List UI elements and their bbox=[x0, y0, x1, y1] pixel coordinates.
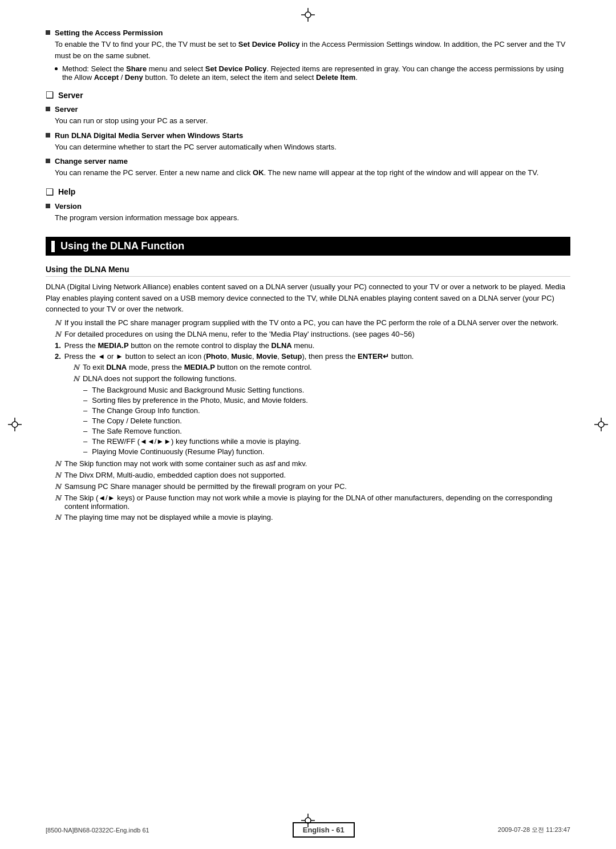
page: Setting the Access Permission To enable … bbox=[0, 0, 616, 849]
step1: 1. Press the MEDIA.P button on the remot… bbox=[55, 341, 570, 350]
dash-item-7: – Playing Movie Continuously (Resume Pla… bbox=[83, 447, 570, 456]
bullet-icon bbox=[46, 30, 50, 35]
note-icon: ℕ bbox=[55, 483, 61, 491]
note-icon: ℕ bbox=[55, 319, 61, 328]
footer-right: 2009-07-28 오전 11:23:47 bbox=[498, 826, 570, 834]
dash-item-5: – The Safe Remove function. bbox=[83, 427, 570, 435]
note-icon: ℕ bbox=[55, 494, 61, 503]
access-permission-section: Setting the Access Permission To enable … bbox=[46, 29, 570, 82]
change-server-text: You can rename the PC server. Enter a ne… bbox=[55, 167, 570, 179]
dlna-function-heading: Using the DLNA Function bbox=[46, 237, 570, 256]
note-icon: ℕ bbox=[55, 330, 61, 339]
dash-item-3: – The Change Group Info function. bbox=[83, 406, 570, 415]
server-checkbox-heading: ❑ Server bbox=[46, 90, 570, 100]
access-permission-text1: To enable the TV to find your PC, the TV… bbox=[55, 39, 570, 61]
dlna-note6: ℕ The Skip (◄/► keys) or Pause function … bbox=[55, 494, 570, 511]
step2-text: Press the ◄ or ► button to select an ico… bbox=[64, 352, 414, 361]
bullet-icon bbox=[46, 107, 50, 111]
bullet-icon bbox=[46, 133, 50, 138]
svg-point-5 bbox=[12, 422, 18, 427]
dlna-steps: 1. Press the MEDIA.P button on the remot… bbox=[55, 341, 570, 456]
dlna-note5: ℕ Samsung PC Share manager should be per… bbox=[55, 482, 570, 491]
crosshair-bottom-icon bbox=[301, 814, 315, 827]
dash-item-1: – The Background Music and Background Mu… bbox=[83, 386, 570, 394]
dlna-note4: ℕ The Divx DRM, Multi-audio, embedded ca… bbox=[55, 471, 570, 480]
note-icon: ℕ bbox=[55, 460, 61, 468]
run-dlna-heading: Run DLNA Digital Media Server when Windo… bbox=[46, 131, 570, 140]
dlna-note3: ℕ The Skip function may not work with so… bbox=[55, 459, 570, 468]
note-icon: ℕ bbox=[55, 514, 61, 522]
dash-item-2: – Sorting files by preference in the Pho… bbox=[83, 396, 570, 405]
bullet-icon bbox=[46, 159, 50, 163]
note-icon: ℕ bbox=[73, 375, 79, 383]
round-bullet-icon bbox=[55, 67, 58, 70]
bullet-icon bbox=[46, 204, 50, 208]
version-heading: Version bbox=[46, 202, 570, 211]
step2: 2. Press the ◄ or ► button to select an … bbox=[55, 352, 570, 361]
dlna-menu-subheading: Using the DLNA Menu bbox=[46, 265, 570, 277]
change-server-heading: Change server name bbox=[46, 157, 570, 165]
dlna-note1: ℕ If you install the PC share manager pr… bbox=[55, 318, 570, 328]
server-text: You can run or stop using your PC as a s… bbox=[55, 115, 570, 127]
note-icon: ℕ bbox=[73, 363, 79, 372]
checkbox-icon: ❑ bbox=[46, 90, 54, 100]
dlna-intro-text: DLNA (Digital Living Network Alliance) e… bbox=[46, 281, 570, 315]
crosshair-right-icon bbox=[594, 418, 608, 431]
access-permission-heading: Setting the Access Permission bbox=[46, 29, 570, 37]
dash-item-6: – The REW/FF (◄◄/►►) key functions while… bbox=[83, 437, 570, 446]
step1-text: Press the MEDIA.P button on the remote c… bbox=[64, 341, 315, 350]
server-subheading: Server bbox=[46, 105, 570, 114]
checkbox-icon: ❑ bbox=[46, 187, 54, 197]
footer-left: [8500-NA]BN68-02322C-Eng.indb 61 bbox=[46, 827, 149, 834]
version-text: The program version information message … bbox=[55, 212, 570, 224]
main-content: Setting the Access Permission To enable … bbox=[46, 29, 570, 522]
note-icon: ℕ bbox=[55, 471, 61, 480]
run-dlna-text: You can determine whether to start the P… bbox=[55, 142, 570, 153]
step2-note1: ℕ To exit DLNA mode, press the MEDIA.P b… bbox=[73, 363, 570, 372]
svg-point-0 bbox=[305, 12, 311, 18]
dash-item-4: – The Copy / Delete function. bbox=[83, 417, 570, 425]
crosshair-left-icon bbox=[8, 418, 22, 431]
access-permission-bullet1: Method: Select the Share menu and select… bbox=[55, 64, 570, 82]
svg-point-15 bbox=[305, 818, 311, 823]
svg-point-10 bbox=[598, 422, 604, 427]
crosshair-top-icon bbox=[301, 8, 315, 22]
dash-list: – The Background Music and Background Mu… bbox=[83, 386, 570, 456]
help-checkbox-heading: ❑ Help bbox=[46, 187, 570, 197]
access-permission-bullet-text: Method: Select the Share menu and select… bbox=[62, 64, 570, 82]
dlna-note7: ℕ The playing time may not be displayed … bbox=[55, 513, 570, 522]
dlna-note2: ℕ For detailed procedures on using the D… bbox=[55, 330, 570, 339]
step2-note2: ℕ DLNA does not support the following fu… bbox=[73, 374, 570, 383]
